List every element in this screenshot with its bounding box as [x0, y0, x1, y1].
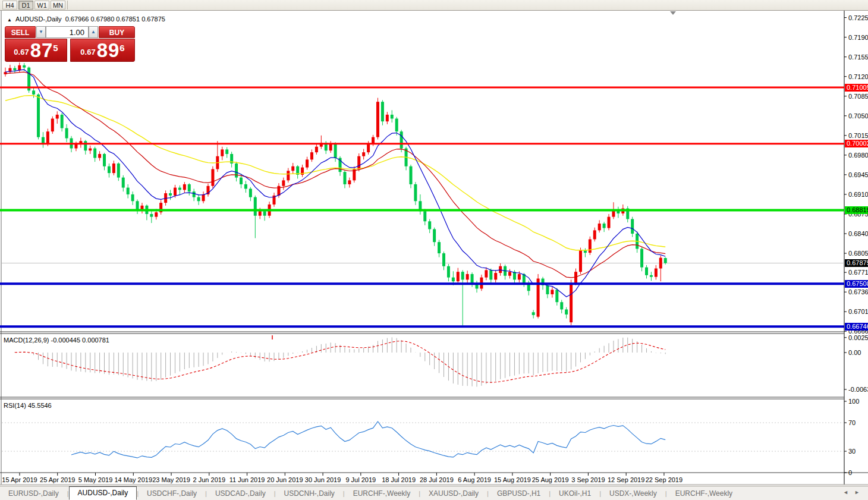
- macd-axis-label: 0.00: [848, 349, 861, 356]
- date-label: 25 Apr 2019: [40, 476, 75, 483]
- price-tick-label: 0.69800: [848, 152, 868, 159]
- price-level-tag: 0.70002: [845, 140, 868, 147]
- date-label: 30 Jun 2019: [305, 476, 341, 483]
- volume-increase-button[interactable]: ▲: [89, 26, 98, 38]
- date-label: 28 Jul 2019: [420, 476, 454, 483]
- date-label: 6 Aug 2019: [458, 476, 491, 483]
- buy-button[interactable]: BUY: [99, 26, 135, 38]
- sell-price-pip: 5: [53, 39, 58, 57]
- tab-xauusd-daily[interactable]: XAUUSD-,Daily: [420, 487, 487, 500]
- date-label: 18 Jul 2019: [382, 476, 416, 483]
- tab-scroll-right-icon[interactable]: ►: [854, 489, 860, 495]
- macd-label: MACD(12,26,9) -0.000445 0.000781: [4, 337, 109, 344]
- date-label: 15 Aug 2019: [494, 476, 531, 483]
- symbol-label: AUDUSD-,Daily: [15, 15, 62, 23]
- price-tick-label: 0.68050: [848, 250, 868, 257]
- date-label: 12 Sep 2019: [608, 476, 644, 483]
- price-tick-label: 0.67710: [848, 269, 868, 276]
- tab-usdcnh-daily[interactable]: USDCNH-,Daily: [276, 487, 343, 500]
- rsi-value: 45.5546: [28, 402, 52, 409]
- date-label: 22 Sep 2019: [646, 476, 683, 483]
- buy-price-button[interactable]: 0.67 89 6: [70, 39, 135, 62]
- sell-button[interactable]: SELL: [5, 26, 36, 38]
- macd-values: -0.000445 0.000781: [51, 337, 109, 344]
- date-label: 5 May 2019: [78, 476, 112, 483]
- price-tick-label: 0.70850: [848, 93, 868, 100]
- rsi-axis-label: 30: [848, 448, 868, 455]
- price-tick-label: 0.72250: [848, 14, 868, 21]
- tab-gbpusd-h1[interactable]: GBPUSD-,H1: [489, 487, 549, 500]
- rsi-axis-label: 0: [848, 469, 868, 476]
- macd-axis-label: 0.002574: [848, 334, 868, 341]
- tab-audusd-daily[interactable]: AUDUSD-,Daily: [69, 486, 137, 500]
- macd-axis-label: -0.006326: [848, 386, 868, 393]
- date-label: 20 Jun 2019: [267, 476, 303, 483]
- collapse-panel-icon[interactable]: ▲: [7, 17, 12, 23]
- rsi-axis-label: 70: [848, 419, 868, 426]
- trading-platform-window: H4D1W1MN ▲AUDUSD-,Daily 0.67966 0.67980 …: [0, 0, 868, 500]
- tab-eurchf-weekly[interactable]: EURCHF-,Weekly: [667, 487, 741, 500]
- chart-shift-marker: [670, 11, 676, 15]
- sell-price-prefix: 0.67: [14, 45, 29, 60]
- date-label: 3 Sep 2019: [571, 476, 605, 483]
- tab-scroll-left-icon[interactable]: ◄: [843, 489, 848, 495]
- price-tick-label: 0.71550: [848, 54, 868, 61]
- one-click-trading-panel: SELL ▼ ▲ BUY 0.67 87 5 0.67 89 6: [5, 26, 135, 62]
- buy-price-big: 89: [97, 40, 120, 60]
- chart-canvas[interactable]: [0, 0, 868, 500]
- tab-usdchf-daily[interactable]: USDCHF-,Daily: [139, 487, 205, 500]
- price-level-tag: 0.66746: [845, 323, 868, 331]
- price-level-tag: 0.67875: [845, 259, 868, 267]
- sell-price-big: 87: [30, 40, 54, 60]
- date-label: 15 Apr 2019: [2, 476, 37, 483]
- price-level-tag: 0.71005: [845, 84, 868, 92]
- price-tick-label: 0.70500: [848, 112, 868, 120]
- buy-price-pip: 6: [119, 39, 124, 57]
- sell-price-button[interactable]: 0.67 87 5: [5, 39, 67, 62]
- ohlc-values: 0.67966 0.67980 0.67851 0.67875: [65, 15, 165, 23]
- rsi-axis-label: 100: [848, 398, 868, 405]
- volume-input[interactable]: [46, 26, 89, 38]
- price-tick-label: 0.67010: [848, 308, 868, 315]
- price-tick-label: 0.67360: [848, 288, 868, 295]
- date-label: 9 Jul 2019: [345, 476, 376, 483]
- price-tick-label: 0.68400: [848, 230, 868, 237]
- date-label: 23 May 2019: [152, 476, 190, 483]
- price-tick-label: 0.71900: [848, 34, 868, 41]
- tab-eurusd-daily[interactable]: EURUSD-,Daily: [0, 487, 67, 500]
- price-level-tag: 0.68819: [845, 206, 868, 214]
- tab-usdx-weekly[interactable]: USDX-,Weekly: [601, 487, 665, 500]
- date-label: 2 Jun 2019: [193, 476, 225, 483]
- date-label: 14 May 2019: [114, 476, 152, 483]
- price-level-tag: 0.67508: [845, 280, 868, 288]
- date-label: 11 Jun 2019: [229, 476, 265, 483]
- rsi-label: RSI(14) 45.5546: [4, 402, 52, 409]
- chart-title: ▲AUDUSD-,Daily 0.67966 0.67980 0.67851 0…: [7, 15, 165, 23]
- volume-decrease-button[interactable]: ▼: [36, 26, 46, 38]
- price-tick-label: 0.71200: [848, 73, 868, 80]
- tab-eurchf-weekly[interactable]: EURCHF-,Weekly: [345, 487, 419, 500]
- tab-ukoil-h1[interactable]: UKOil-,H1: [551, 487, 599, 500]
- price-tick-label: 0.69450: [848, 171, 868, 178]
- chart-tab-bar: EURUSD-,Daily|AUDUSD-,Daily|USDCHF-,Dail…: [0, 486, 868, 500]
- date-label: 25 Aug 2019: [532, 476, 569, 483]
- tab-usdcad-daily[interactable]: USDCAD-,Daily: [207, 487, 274, 500]
- buy-price-prefix: 0.67: [80, 45, 95, 60]
- price-tick-label: 0.69100: [848, 191, 868, 198]
- price-tick-label: 0.70150: [848, 132, 868, 139]
